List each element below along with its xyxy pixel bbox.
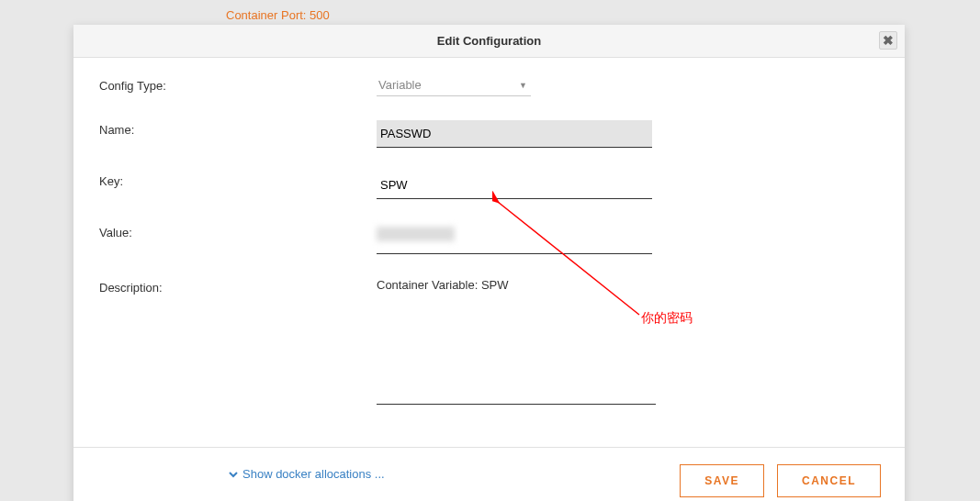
config-type-value: Variable bbox=[378, 78, 422, 92]
config-type-row: Config Type: Variable ▼ bbox=[99, 76, 879, 96]
value-blurred-content bbox=[377, 227, 455, 241]
key-label: Key: bbox=[99, 172, 377, 188]
description-label: Description: bbox=[99, 278, 377, 295]
config-type-select[interactable]: Variable ▼ bbox=[377, 76, 531, 96]
description-row: Description: Container Variable: SPW bbox=[99, 278, 879, 405]
chevron-down-icon: ▼ bbox=[519, 81, 527, 90]
key-input[interactable] bbox=[377, 172, 652, 199]
key-row: Key: bbox=[99, 172, 879, 199]
container-port-label: Container Port: 500 bbox=[226, 8, 330, 22]
modal-header: Edit Configuration ✖ bbox=[73, 25, 905, 58]
cancel-button[interactable]: CANCEL bbox=[777, 464, 881, 497]
chevron-down-icon bbox=[228, 469, 239, 480]
show-docker-allocations-link[interactable]: Show docker allocations ... bbox=[228, 467, 385, 481]
value-input[interactable] bbox=[377, 223, 652, 254]
value-row: Value: bbox=[99, 223, 879, 254]
name-label: Name: bbox=[99, 120, 377, 137]
description-text: Container Variable: SPW bbox=[377, 278, 652, 292]
name-row: Name: bbox=[99, 120, 879, 148]
modal-body: Config Type: Variable ▼ Name: Key: Value… bbox=[73, 58, 905, 438]
close-icon: ✖ bbox=[883, 33, 894, 48]
modal-title: Edit Configuration bbox=[437, 34, 541, 48]
config-type-label: Config Type: bbox=[99, 76, 377, 93]
modal-footer: SAVE CANCEL bbox=[73, 447, 905, 501]
close-button[interactable]: ✖ bbox=[879, 31, 897, 50]
value-label: Value: bbox=[99, 223, 377, 239]
save-button[interactable]: SAVE bbox=[680, 464, 764, 497]
description-input[interactable] bbox=[377, 404, 656, 405]
edit-configuration-modal: Edit Configuration ✖ Config Type: Variab… bbox=[73, 25, 905, 501]
name-input[interactable] bbox=[377, 120, 652, 148]
show-docker-text: Show docker allocations ... bbox=[242, 467, 385, 481]
